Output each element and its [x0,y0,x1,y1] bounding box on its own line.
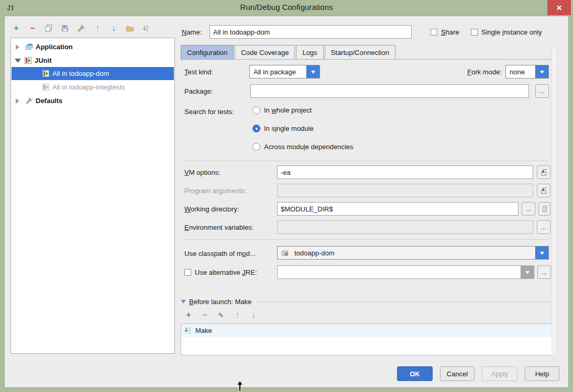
chevron-down-icon[interactable] [15,59,21,66]
tree-item-junit[interactable]: JUnit [12,54,174,67]
test-kind-combobox[interactable]: All in package [249,65,320,79]
alternative-jre-value [278,266,521,278]
vm-options-input[interactable] [277,165,533,179]
svg-text:a: a [147,25,149,28]
tab-code-coverage[interactable]: Code Coverage [235,45,295,59]
use-classpath-label: Use classpath of mod... [184,250,256,257]
new-folder-icon[interactable] [125,24,135,33]
package-input[interactable] [250,84,529,98]
radio-in-single-module[interactable]: In single module [252,125,314,132]
move-up-icon[interactable]: ↑ [93,24,102,33]
tab-configuration[interactable]: Configuration [181,45,234,59]
before-launch-task-list: 011001 Make [181,323,554,355]
checkbox-icon[interactable] [184,269,191,276]
ok-button[interactable]: OK [397,366,433,381]
junit-configuration-icon [42,83,50,91]
ellipsis-icon: ... [542,268,547,276]
tab-startup-connection[interactable]: Startup/Connection [325,45,395,59]
vm-options-expand-button[interactable] [537,165,550,179]
tree-item-all-in-todoapp-integtests[interactable]: All in todoapp-integtests [12,81,174,94]
settings-tabs: Configuration Code Coverage Logs Startup… [181,45,553,60]
add-task-icon[interactable]: + [184,310,193,320]
tree-item-application[interactable]: Application [12,40,174,53]
radio-label: Across module dependencies [264,143,354,151]
radio-label: In single module [264,125,314,132]
program-arguments-expand-button[interactable] [537,184,550,197]
insert-macro-icon [539,168,548,176]
collapse-triangle-icon[interactable] [181,300,186,306]
separator [184,239,549,240]
scrollbar[interactable] [552,46,557,355]
variables-list-icon [541,205,549,213]
titlebar: Run/Debug Configurations ✕ [0,0,573,16]
name-input[interactable] [210,25,412,39]
name-label: Name: [182,28,202,36]
working-directory-macros-button[interactable] [538,202,550,216]
remove-task-icon[interactable]: − [200,310,210,320]
edit-defaults-icon[interactable] [76,24,86,33]
checkbox-icon[interactable] [471,29,478,36]
task-label: Make [195,327,212,334]
single-instance-label: Single instance only [481,28,542,36]
configurations-tree: Application JUnit All in todoapp-dom All… [10,38,175,354]
checkbox-icon[interactable] [431,29,437,36]
move-task-down-icon[interactable]: ↓ [249,310,258,320]
tree-item-label: Application [36,43,73,51]
separator [257,301,550,302]
radio-selected-icon[interactable] [252,125,260,132]
environment-variables-label: Environment variables: [184,223,254,231]
chevron-right-icon[interactable] [16,44,22,50]
chevron-right-icon[interactable] [16,98,22,104]
before-launch-title: Before launch: Make [189,298,251,306]
fork-mode-combobox[interactable]: none [505,65,549,79]
insert-macro-icon [539,186,548,195]
task-item-make[interactable]: 011001 Make [181,324,554,337]
ellipsis-icon: ... [541,223,546,231]
environment-variables-input[interactable] [277,220,533,234]
fork-mode-label: Fork mode: [454,68,502,76]
module-classpath-combobox[interactable]: todoapp-dom [277,246,549,260]
combo-arrow-icon[interactable] [535,247,548,259]
tree-item-label: JUnit [35,57,52,64]
tab-logs[interactable]: Logs [296,45,323,59]
help-button[interactable]: Help [525,366,559,381]
add-configuration-icon[interactable]: + [12,24,21,33]
working-directory-input[interactable] [277,202,519,216]
defaults-wrench-icon [25,97,33,105]
tree-item-label: Defaults [36,97,62,105]
before-launch-header[interactable]: Before launch: Make [181,297,550,306]
environment-variables-browse-button[interactable]: ... [537,220,550,234]
close-button[interactable]: ✕ [547,0,571,15]
tree-item-all-in-todoapp-dom[interactable]: All in todoapp-dom [12,67,174,80]
cancel-button[interactable]: Cancel [440,366,475,381]
single-instance-checkbox[interactable]: Single instance only [471,28,542,36]
radio-across-module-dependencies[interactable]: Across module dependencies [252,143,354,151]
radio-icon[interactable] [252,106,260,114]
working-directory-label: Working directory: [184,205,239,213]
tree-item-defaults[interactable]: Defaults [12,94,174,107]
working-directory-browse-button[interactable]: ... [522,202,535,216]
package-browse-button[interactable]: ... [535,84,549,98]
share-checkbox[interactable]: Share [431,28,459,36]
edit-task-icon[interactable]: ✎ [216,310,226,320]
alternative-jre-combobox[interactable] [277,265,534,279]
program-arguments-input [277,184,533,197]
move-task-up-icon[interactable]: ↑ [233,310,242,320]
combo-arrow-icon[interactable] [521,266,534,278]
combo-arrow-icon[interactable] [306,65,319,78]
copy-configuration-icon[interactable] [44,24,53,33]
combo-arrow-icon[interactable] [535,65,548,78]
module-classpath-value: todoapp-dom [294,249,335,257]
use-alternative-jre-checkbox[interactable]: Use alternative JRE: [184,268,257,276]
move-down-icon[interactable]: ↓ [109,24,118,33]
ellipsis-icon: ... [539,87,545,95]
fork-mode-value: none [506,65,535,78]
remove-configuration-icon[interactable]: − [28,24,37,33]
sort-alphabetically-icon[interactable]: az [141,24,151,33]
svg-text:z: z [147,28,149,32]
search-for-tests-label: Search for tests: [184,108,234,116]
save-configuration-icon[interactable] [60,24,70,33]
radio-in-whole-project[interactable]: In whole project [252,106,312,114]
alternative-jre-browse-button[interactable]: ... [537,265,551,279]
radio-icon[interactable] [252,143,260,151]
